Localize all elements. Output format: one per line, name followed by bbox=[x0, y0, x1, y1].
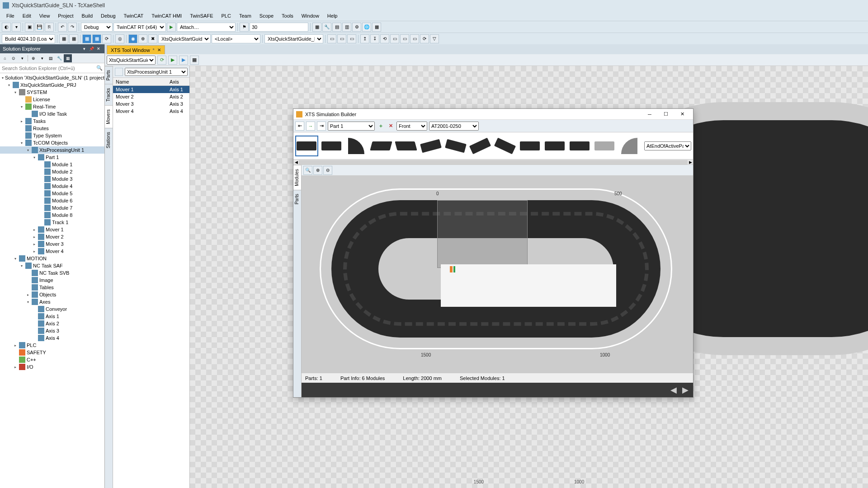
tb2-icon-16[interactable]: ▭ bbox=[390, 34, 399, 43]
tree-module-1[interactable]: Module 1 bbox=[0, 161, 104, 168]
menu-plc[interactable]: PLC bbox=[218, 12, 235, 19]
menu-build[interactable]: Build bbox=[78, 12, 96, 19]
doc-play2-icon[interactable]: ▶ bbox=[179, 56, 188, 65]
tree-axis-2[interactable]: Axis 2 bbox=[0, 320, 104, 327]
tree-module-5[interactable]: Module 5 bbox=[0, 190, 104, 197]
se-nav-icon[interactable]: ⊙ bbox=[9, 54, 18, 62]
tree-module-6[interactable]: Module 6 bbox=[0, 197, 104, 204]
unit-icon[interactable] bbox=[115, 68, 123, 76]
col-axis[interactable]: Axis bbox=[167, 79, 189, 84]
selected-module[interactable] bbox=[437, 200, 528, 268]
numeric-input[interactable] bbox=[250, 23, 308, 32]
menu-team[interactable]: Team bbox=[236, 12, 255, 19]
local-select[interactable]: <Local> bbox=[212, 34, 260, 43]
project-select[interactable]: XtsQuickStartGuide_PRJ bbox=[158, 34, 211, 43]
minimize-icon[interactable]: ─ bbox=[642, 109, 658, 119]
solution-search[interactable]: 🔍 bbox=[0, 63, 104, 73]
tree-xtsprocessingunit-1[interactable]: ▾XtsProcessingUnit 1 bbox=[0, 146, 104, 154]
doc-play-icon[interactable]: ▶ bbox=[168, 56, 177, 65]
zoom-out-icon[interactable]: ⊖ bbox=[323, 166, 332, 175]
tree-tables[interactable]: Tables bbox=[0, 284, 104, 291]
target-icon[interactable]: ◎ bbox=[115, 34, 124, 43]
unit-select[interactable]: XtsProcessingUnit 1 bbox=[125, 68, 188, 76]
tree-tasks[interactable]: ▸Tasks bbox=[0, 117, 104, 125]
module-thumb-6[interactable] bbox=[419, 136, 442, 156]
tree-part-1[interactable]: ▾Part 1 bbox=[0, 154, 104, 161]
solution-root[interactable]: ▾ Solution 'XtsQuickStartGuide_SLN' (1 p… bbox=[0, 74, 104, 81]
tree-mover-4[interactable]: ▸Mover 4 bbox=[0, 248, 104, 255]
module-thumb-10[interactable] bbox=[519, 136, 542, 156]
zoom-fit-icon[interactable]: 🔍 bbox=[303, 166, 312, 175]
tb2-icon-19[interactable]: ⟳ bbox=[420, 34, 429, 43]
menu-debug[interactable]: Debug bbox=[97, 12, 119, 19]
open-icon[interactable]: ▣ bbox=[25, 23, 34, 32]
module-thumb-3[interactable] bbox=[345, 136, 368, 156]
se-icon-6[interactable]: ▤ bbox=[47, 54, 55, 62]
se-icon-5[interactable]: ▾ bbox=[38, 54, 46, 62]
tree-i-o-idle-task[interactable]: I/O Idle Task bbox=[0, 110, 104, 117]
tool-icon-4[interactable]: ▥ bbox=[342, 23, 351, 32]
module-thumb-1[interactable] bbox=[295, 136, 318, 156]
track-oval[interactable]: 0 500 1500 1000 bbox=[320, 188, 672, 349]
tool-icon-3[interactable]: ▤ bbox=[332, 23, 341, 32]
new-icon[interactable]: ◐ bbox=[2, 23, 11, 32]
tree-safety[interactable]: SAFETY bbox=[0, 349, 104, 356]
project-combo[interactable]: XtsQuickStartGuide_I bbox=[107, 56, 156, 65]
tb2-icon-14[interactable]: ↧ bbox=[370, 34, 379, 43]
tree-mover-1[interactable]: ▸Mover 1 bbox=[0, 226, 104, 233]
tree-axis-3[interactable]: Axis 3 bbox=[0, 327, 104, 334]
tree-xtsquickstartguide-prj[interactable]: ▾XtsQuickStartGuide_PRJ bbox=[0, 81, 104, 89]
tree-real-time[interactable]: ▾Real-Time bbox=[0, 103, 104, 110]
se-home-icon[interactable]: ⌂ bbox=[1, 54, 9, 62]
tree-license[interactable]: License bbox=[0, 96, 104, 103]
panel-pin-icon[interactable]: 📌 bbox=[88, 46, 94, 52]
scroll-right-icon[interactable]: ▶ bbox=[688, 160, 693, 164]
side-tab-parts[interactable]: Parts bbox=[105, 66, 113, 84]
flag-icon[interactable]: ⚑ bbox=[240, 23, 249, 32]
tb2-icon-8[interactable]: ✖ bbox=[148, 34, 157, 43]
panel-close-icon[interactable]: ✕ bbox=[95, 46, 102, 52]
build-select[interactable]: Build 4024.10 (Loaded) bbox=[2, 34, 55, 43]
tree-axis-4[interactable]: Axis 4 bbox=[0, 334, 104, 342]
tb2-icon-7[interactable]: ⊕ bbox=[138, 34, 147, 43]
view-select[interactable]: Front bbox=[396, 122, 427, 131]
tree-motion[interactable]: ▾MOTION bbox=[0, 255, 104, 262]
mover-row-mover-1[interactable]: Mover 1Axis 1 bbox=[113, 86, 189, 93]
scroll-left-icon[interactable]: ◀ bbox=[293, 160, 299, 164]
tab-xts-tool-window[interactable]: XTS Tool Window * ✕ bbox=[107, 45, 165, 54]
tree-routes[interactable]: Routes bbox=[0, 125, 104, 132]
tree-nc-task-svb[interactable]: NC Task SVB bbox=[0, 269, 104, 277]
sim-canvas[interactable]: 0 500 1500 1000 bbox=[302, 176, 693, 373]
tree-module-4[interactable]: Module 4 bbox=[0, 183, 104, 190]
nav-prev-icon[interactable]: → bbox=[306, 122, 315, 131]
tb2-icon-17[interactable]: ▭ bbox=[400, 34, 409, 43]
model-select[interactable]: AT2001-0250 bbox=[429, 122, 479, 131]
tb2-icon-1[interactable]: ▦ bbox=[59, 34, 68, 43]
search-input[interactable] bbox=[2, 66, 96, 71]
tree-mover-3[interactable]: ▸Mover 3 bbox=[0, 240, 104, 248]
tb2-icon-4[interactable]: ▦ bbox=[92, 34, 101, 43]
se-drop-icon[interactable]: ▾ bbox=[18, 54, 26, 62]
search-icon[interactable]: 🔍 bbox=[96, 65, 103, 71]
tree-plc[interactable]: ▸PLC bbox=[0, 342, 104, 349]
tree-module-7[interactable]: Module 7 bbox=[0, 204, 104, 211]
start-icon[interactable]: ▶ bbox=[167, 23, 176, 32]
tb2-icon-6[interactable]: ◉ bbox=[128, 34, 137, 43]
tree-tccom-objects[interactable]: ▾TcCOM Objects bbox=[0, 139, 104, 146]
tree-objects[interactable]: ▸Objects bbox=[0, 291, 104, 298]
side-tab-tracks[interactable]: Tracks bbox=[105, 84, 113, 105]
maximize-icon[interactable]: ☐ bbox=[658, 109, 674, 119]
module-thumb-5[interactable] bbox=[394, 136, 417, 156]
part-select[interactable]: Part 1 bbox=[328, 122, 375, 131]
close-icon[interactable]: ✕ bbox=[674, 109, 690, 119]
menu-edit[interactable]: Edit bbox=[19, 12, 35, 19]
side-tab-movers[interactable]: Movers bbox=[105, 105, 113, 128]
se-icon-4[interactable]: ⊕ bbox=[29, 54, 38, 62]
plc-select[interactable]: XtsQuickStartGuide_PLC bbox=[264, 34, 323, 43]
sim-titlebar[interactable]: XTS Simulation Builder ─ ☐ ✕ bbox=[293, 109, 693, 120]
tb2-icon-10[interactable]: ▭ bbox=[327, 34, 336, 43]
save-icon[interactable]: 💾 bbox=[35, 23, 44, 32]
wrench-icon[interactable]: 🔧 bbox=[322, 23, 331, 32]
nav-next-icon[interactable]: ⇥ bbox=[317, 122, 326, 131]
tree-module-8[interactable]: Module 8 bbox=[0, 211, 104, 219]
